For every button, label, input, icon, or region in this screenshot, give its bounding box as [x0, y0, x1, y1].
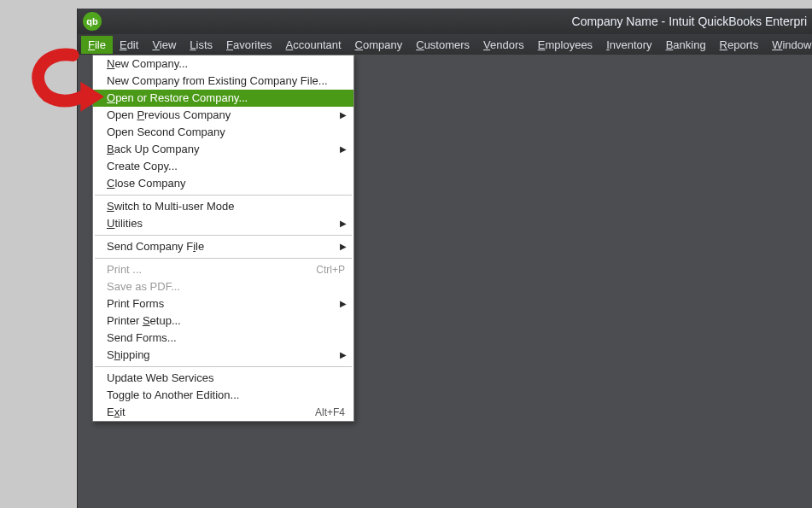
- menu-reports[interactable]: Reports: [713, 36, 766, 54]
- menu-item-label: Open or Restore Company...: [107, 91, 248, 104]
- file-menu-item-print-forms[interactable]: Print Forms▶: [93, 295, 353, 312]
- file-menu-item-utilities[interactable]: Utilities▶: [93, 215, 353, 232]
- menu-window[interactable]: Window: [765, 36, 812, 54]
- submenu-arrow-icon: ▶: [340, 238, 347, 255]
- stage: qb Company Name - Intuit QuickBooks Ente…: [0, 0, 812, 508]
- menu-separator: [95, 366, 352, 367]
- menu-item-label: Send Company File: [107, 240, 204, 253]
- menu-employees[interactable]: Employees: [531, 36, 599, 54]
- menu-customers[interactable]: Customers: [409, 36, 476, 54]
- file-menu-item-print: Print ...Ctrl+P: [93, 261, 353, 278]
- menu-item-label: Create Copy...: [107, 160, 178, 172]
- menu-item-label: Exit: [107, 406, 126, 418]
- file-menu-item-new-company-from-existing-company-file[interactable]: New Company from Existing Company File..…: [93, 73, 353, 90]
- file-menu-dropdown: New Company...New Company from Existing …: [92, 55, 354, 422]
- file-menu-item-open-or-restore-company[interactable]: Open or Restore Company...: [93, 90, 353, 107]
- file-menu-item-create-copy[interactable]: Create Copy...: [93, 158, 353, 175]
- file-menu-item-shipping[interactable]: Shipping▶: [93, 347, 353, 364]
- menu-item-label: Back Up Company: [107, 143, 199, 155]
- menu-item-label: Print ...: [107, 263, 142, 276]
- file-menu-item-send-forms[interactable]: Send Forms...: [93, 330, 353, 347]
- window-title: Company Name - Intuit QuickBooks Enterpr…: [572, 9, 807, 34]
- submenu-arrow-icon: ▶: [340, 295, 347, 312]
- menu-favorites[interactable]: Favorites: [219, 36, 278, 54]
- menu-item-label: Print Forms: [107, 297, 164, 310]
- titlebar: qb Company Name - Intuit QuickBooks Ente…: [78, 9, 812, 34]
- file-menu-item-exit[interactable]: ExitAlt+F4: [93, 404, 353, 421]
- file-menu-item-save-as-pdf: Save as PDF...: [93, 278, 353, 295]
- menu-lists[interactable]: Lists: [183, 36, 219, 54]
- file-menu-item-open-previous-company[interactable]: Open Previous Company▶: [93, 107, 353, 124]
- menu-item-label: Close Company: [107, 177, 186, 190]
- menu-item-label: Toggle to Another Edition...: [107, 388, 239, 401]
- menu-company[interactable]: Company: [348, 36, 410, 54]
- menu-item-label: Update Web Services: [107, 371, 214, 384]
- menu-item-label: Utilities: [107, 217, 143, 230]
- submenu-arrow-icon: ▶: [340, 141, 347, 158]
- menu-item-shortcut: Alt+F4: [315, 404, 345, 421]
- menu-separator: [95, 235, 352, 236]
- file-menu-item-switch-to-multi-user-mode[interactable]: Switch to Multi-user Mode: [93, 198, 353, 215]
- menu-banking[interactable]: Banking: [659, 36, 713, 54]
- file-menu-item-update-web-services[interactable]: Update Web Services: [93, 370, 353, 387]
- menu-view[interactable]: View: [145, 36, 183, 54]
- menu-item-label: Save as PDF...: [107, 280, 180, 293]
- quickbooks-logo-text: qb: [86, 16, 97, 26]
- menubar: FileEditViewListsFavoritesAccountantComp…: [78, 34, 812, 55]
- submenu-arrow-icon: ▶: [340, 215, 347, 232]
- menu-inventory[interactable]: Inventory: [599, 36, 659, 54]
- menu-item-label: Shipping: [107, 348, 150, 361]
- file-menu-item-toggle-to-another-edition[interactable]: Toggle to Another Edition...: [93, 387, 353, 404]
- menu-vendors[interactable]: Vendors: [476, 36, 531, 54]
- quickbooks-logo-icon: qb: [83, 12, 102, 31]
- file-menu-item-new-company[interactable]: New Company...: [93, 55, 353, 73]
- menu-item-label: Send Forms...: [107, 331, 177, 344]
- submenu-arrow-icon: ▶: [340, 347, 347, 364]
- menu-item-label: Printer Setup...: [107, 314, 181, 327]
- menu-separator: [95, 258, 352, 259]
- file-menu-item-close-company[interactable]: Close Company: [93, 175, 353, 192]
- submenu-arrow-icon: ▶: [340, 107, 347, 124]
- menu-item-label: New Company from Existing Company File..…: [107, 74, 328, 87]
- menu-item-shortcut: Ctrl+P: [316, 261, 345, 278]
- menu-item-label: New Company...: [107, 57, 188, 70]
- file-menu-item-printer-setup[interactable]: Printer Setup...: [93, 312, 353, 330]
- file-menu-item-send-company-file[interactable]: Send Company File▶: [93, 238, 353, 255]
- menu-item-label: Open Previous Company: [107, 108, 231, 121]
- menu-edit[interactable]: Edit: [113, 36, 145, 54]
- menu-item-label: Switch to Multi-user Mode: [107, 200, 235, 213]
- menu-accountant[interactable]: Accountant: [279, 36, 348, 54]
- file-menu-item-open-second-company[interactable]: Open Second Company: [93, 124, 353, 141]
- file-menu-item-back-up-company[interactable]: Back Up Company▶: [93, 141, 353, 158]
- menu-separator: [95, 195, 352, 196]
- menu-file[interactable]: File: [81, 36, 113, 54]
- menu-item-label: Open Second Company: [107, 126, 225, 138]
